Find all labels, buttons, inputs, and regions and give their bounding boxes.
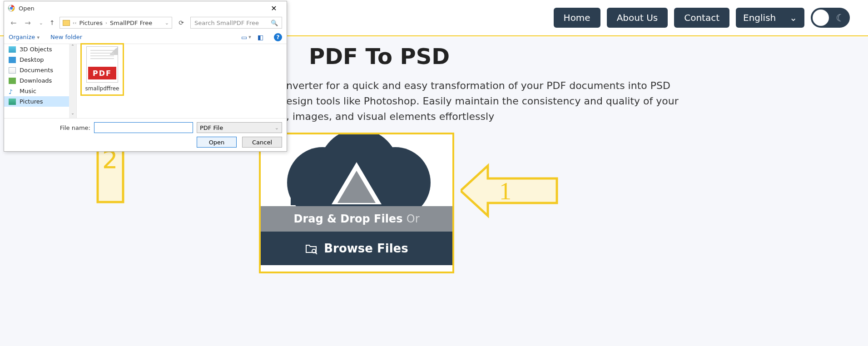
page-description: nverter for a quick and easy transformat… [286,78,759,124]
file-list[interactable]: PDF smallpdffree [77,44,287,118]
tree-item-desktop[interactable]: Desktop [4,54,76,65]
preview-pane-icon[interactable]: ◧ [258,34,268,41]
chevron-down-icon: ⌄ [275,125,279,131]
desc-line3: , images, and visual elements effortless… [286,111,494,122]
annotation-arrow-1: 1 [461,161,560,222]
search-placeholder: Search SmallPDF Free [194,20,259,26]
chrome-icon [8,5,15,12]
close-icon[interactable]: ✕ [265,4,283,13]
file-type-value: PDF File [200,124,223,131]
help-icon[interactable]: ? [274,33,282,41]
tree-item-3dobjects[interactable]: 3D Objects [4,44,76,54]
cloud-illustration [261,134,452,206]
folder-icon [63,20,70,26]
desc-line1: nverter for a quick and easy transformat… [286,80,670,91]
main-content: PDF To PSD nverter for a quick and easy … [259,44,759,273]
drag-drop-label: Drag & Drop Files Or [261,206,452,232]
scroll-up-icon[interactable]: ⌃ [69,44,76,51]
cancel-button[interactable]: Cancel [242,137,282,148]
browse-files-button[interactable]: Browse Files [261,232,452,265]
file-type-select[interactable]: PDF File ⌄ [197,122,282,133]
pdf-badge: PDF [88,67,116,79]
upload-dropzone[interactable]: Drag & Drop Files Or Browse Files [259,133,454,273]
tree-label: Music [20,88,36,94]
music-icon: ♪ [9,88,16,94]
tree-label: Pictures [20,98,43,105]
search-icon: 🔍 [271,20,278,26]
dialog-nav-row: ← → ⌄ ↑ ‹‹ Pictures › SmallPDF Free ⌄ ⟳ … [4,15,287,30]
desc-line2: esign tools like Photoshop. Easily maint… [286,95,679,107]
about-button[interactable]: About Us [607,8,668,28]
open-button[interactable]: Open [197,137,237,148]
search-input[interactable]: Search SmallPDF Free 🔍 [190,17,282,29]
tree-item-documents[interactable]: Documents [4,65,76,75]
drag-or: Or [407,213,420,225]
dialog-titlebar: Open ✕ [4,1,287,15]
tree-label: 3D Objects [20,46,52,53]
tree-item-downloads[interactable]: Downloads [4,75,76,86]
documents-icon [9,67,16,74]
nav-back-icon[interactable]: ← [9,19,18,27]
3d-objects-icon [9,46,16,53]
breadcrumb-2[interactable]: SmallPDF Free [110,20,152,26]
desktop-icon [9,57,16,63]
language-select[interactable]: English ⌄ [736,8,804,28]
breadcrumb-1[interactable]: Pictures [79,20,103,26]
tree-item-music[interactable]: ♪Music [4,86,76,96]
file-open-dialog: Open ✕ ← → ⌄ ↑ ‹‹ Pictures › SmallPDF Fr… [4,1,287,152]
pictures-icon [9,99,16,105]
annotation-number-1: 1 [499,178,511,205]
home-button[interactable]: Home [554,8,600,28]
language-value: English [743,12,776,23]
page-title: PDF To PSD [309,44,759,69]
filename-input[interactable] [94,122,193,133]
nav-up-icon[interactable]: ↑ [50,19,55,26]
refresh-icon[interactable]: ⟳ [177,19,186,26]
drag-text: Drag & Drop Files [293,213,402,225]
dialog-body: 3D Objects Desktop Documents Downloads ♪… [4,44,287,118]
browse-label: Browse Files [324,242,408,255]
tree-item-pictures[interactable]: Pictures [4,96,76,107]
tree-label: Desktop [20,56,44,63]
cloud-icon [263,134,450,206]
view-mode-icon[interactable]: ▭ ▾ [241,34,251,41]
file-item-pdf[interactable]: PDF smallpdffree [80,43,124,96]
file-name-label: smallpdffree [83,85,122,92]
chevron-down-icon[interactable]: ⌄ [165,20,169,26]
contact-button[interactable]: Contact [674,8,729,28]
new-folder-button[interactable]: New folder [50,34,82,40]
nav-forward-icon[interactable]: → [23,19,32,27]
chevron-right-icon: › [105,20,107,25]
dialog-footer: File name: PDF File ⌄ Open Cancel [4,118,287,151]
tree-label: Downloads [20,77,52,84]
dialog-title: Open [19,5,35,12]
nav-tree: 3D Objects Desktop Documents Downloads ♪… [4,44,77,118]
chevron-down-icon[interactable]: ⌄ [37,20,45,26]
tree-scrollbar[interactable]: ⌃ ⌄ [69,44,76,118]
toggle-knob [813,10,829,26]
scroll-down-icon[interactable]: ⌄ [69,111,76,118]
dialog-toolbar: Organize ▾ New folder ▭ ▾ ◧ ? [4,30,287,44]
pdf-file-icon: PDF [86,46,118,83]
svg-line-7 [315,252,317,254]
breadcrumb[interactable]: ‹‹ Pictures › SmallPDF Free ⌄ [60,17,172,29]
chevron-right-icon: ‹‹ [73,20,77,26]
chevron-down-icon: ⌄ [789,12,797,23]
moon-icon: ☾ [836,12,845,24]
tree-label: Documents [20,67,53,74]
dark-mode-toggle[interactable]: ☾ [811,8,850,28]
folder-search-icon [305,242,317,254]
organize-menu[interactable]: Organize ▾ [9,34,40,40]
downloads-icon [9,78,16,84]
filename-label: File name: [60,124,90,131]
